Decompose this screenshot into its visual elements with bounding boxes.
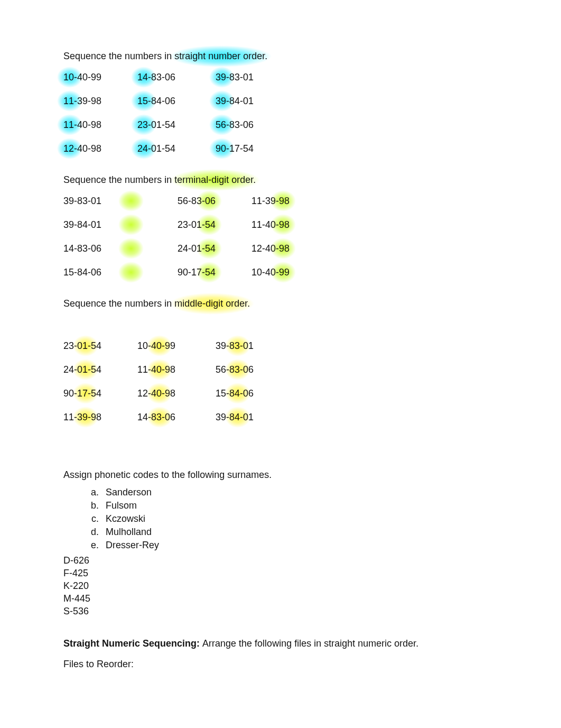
- s2-cell: 90-17-54: [177, 265, 216, 279]
- s1-cell: 11-39-98: [63, 94, 137, 108]
- s1-cell: 10-40-99: [63, 70, 137, 84]
- spacer: [63, 443, 508, 467]
- s2-cell: 39-84-01: [63, 218, 137, 232]
- s3-cell: 23-01-54: [63, 339, 137, 353]
- s3-cell: 56-83-06: [216, 363, 289, 376]
- s2-cell: 56-83-06: [177, 194, 216, 208]
- s2-cell: 15-84-06: [63, 265, 137, 279]
- phonetic-codes: D-626 F-425 K-220 M-445 S-536: [63, 555, 508, 617]
- s2-cell: 11-40-98: [251, 218, 289, 232]
- s1-cell: 90-17-54: [216, 142, 289, 155]
- code-line: F-425: [63, 568, 508, 579]
- files-to-reorder-line: Files to Reorder:: [63, 659, 508, 670]
- section1-grid: 10-40-99 14-83-06 39-83-01 11-39-98 15-8…: [63, 70, 508, 155]
- s2-cell: 39-83-01: [63, 194, 137, 208]
- list-item: Dresser-Rey: [101, 539, 508, 552]
- s2-cell: 23-01-54: [177, 218, 216, 232]
- section1-title-prefix: Sequence the numbers in: [63, 51, 174, 61]
- straight-numeric-bold: Straight Numeric Sequencing:: [63, 638, 202, 649]
- document-page: Sequence the numbers in straight number …: [0, 0, 561, 711]
- section3-title-prefix: Sequence the numbers in: [63, 298, 174, 309]
- highlight-glow: [118, 262, 144, 283]
- s1-cell: 15-84-06: [137, 94, 216, 108]
- highlight-glow: [118, 238, 144, 259]
- list-item: Fulsom: [101, 499, 508, 512]
- s1-cell: 11-40-98: [63, 118, 137, 132]
- s3-cell: 12-40-98: [137, 386, 216, 400]
- code-line: S-536: [63, 606, 508, 617]
- s1-cell: 12-40-98: [63, 142, 137, 155]
- s3-cell: 11-39-98: [63, 410, 137, 424]
- s1-cell: 56-83-06: [216, 118, 289, 132]
- list-item: Sanderson: [101, 486, 508, 499]
- s3-cell: 24-01-54: [63, 363, 137, 376]
- section3-title-highlight: middle-digit order.: [174, 298, 250, 309]
- s1-cell: 23-01-54: [137, 118, 216, 132]
- section2-title-highlight: terminal-digit order.: [174, 174, 256, 186]
- s2-cell: 11-39-98: [251, 194, 289, 208]
- s1-cell: 39-84-01: [216, 94, 289, 108]
- s3-cell: 15-84-06: [216, 386, 289, 400]
- straight-numeric-title: Straight Numeric Sequencing: Arrange the…: [63, 638, 508, 649]
- s3-cell: 10-40-99: [137, 339, 216, 353]
- s3-cell: 39-84-01: [216, 410, 289, 424]
- highlight-glow: [118, 214, 144, 235]
- s2-cell: 14-83-06: [63, 242, 137, 255]
- phonetic-title: Assign phonetic codes to the following s…: [63, 469, 508, 481]
- s3-cell: 11-40-98: [137, 363, 216, 376]
- highlight-glow: [118, 190, 144, 211]
- section1-title: Sequence the numbers in straight number …: [63, 51, 508, 62]
- section1-title-highlight: straight number order.: [174, 51, 267, 62]
- straight-numeric-rest: Arrange the following files in straight …: [202, 638, 418, 649]
- section2-title-prefix: Sequence the numbers in: [63, 174, 174, 185]
- spacer: [63, 315, 508, 330]
- s2-cell: 10-40-99: [251, 265, 289, 279]
- section3-grid: 23-01-54 10-40-99 39-83-01 24-01-54 11-4…: [63, 339, 508, 424]
- s3-cell: 39-83-01: [216, 339, 289, 353]
- s1-cell: 39-83-01: [216, 70, 289, 84]
- s1-cell: 14-83-06: [137, 70, 216, 84]
- code-line: M-445: [63, 593, 508, 604]
- s2-cell: 24-01-54: [177, 242, 216, 255]
- s1-cell: 24-01-54: [137, 142, 216, 155]
- code-line: D-626: [63, 555, 508, 566]
- surname-list: Sanderson Fulsom Kczowski Mulholland Dre…: [63, 486, 508, 552]
- s3-cell: 14-83-06: [137, 410, 216, 424]
- section3-title: Sequence the numbers in middle-digit ord…: [63, 298, 508, 309]
- list-item: Mulholland: [101, 526, 508, 539]
- section2-grid: 39-83-01 56-83-06 11-39-98 39-84-01 23-0…: [63, 194, 508, 279]
- s2-cell: 12-40-98: [251, 242, 289, 255]
- section2-title: Sequence the numbers in terminal-digit o…: [63, 174, 508, 186]
- s3-cell: 90-17-54: [63, 386, 137, 400]
- code-line: K-220: [63, 580, 508, 592]
- list-item: Kczowski: [101, 512, 508, 526]
